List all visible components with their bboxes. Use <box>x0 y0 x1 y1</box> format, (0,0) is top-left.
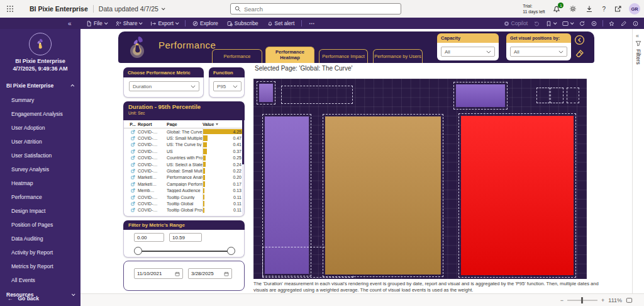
performance-heatmap[interactable] <box>253 79 587 279</box>
sidebar-item-data-auditing[interactable]: Data Auditing <box>0 232 80 246</box>
tab-performance[interactable]: Performance <box>212 49 262 63</box>
back-navigation-icon[interactable] <box>574 35 585 45</box>
table-row[interactable]: Marketi…Performance Analysis0.20 <box>124 174 244 181</box>
comments-icon[interactable] <box>591 21 597 26</box>
range-slider-handle-min[interactable] <box>134 247 142 255</box>
start-date-input[interactable]: 11/10/2021 <box>134 268 183 279</box>
range-min-input[interactable]: 0.00 <box>134 233 164 242</box>
expand-filters-icon[interactable]: « <box>636 33 639 39</box>
col-p[interactable]: P... <box>128 122 138 127</box>
copilot-button[interactable]: Copilot <box>504 20 528 26</box>
edit-icon[interactable] <box>621 21 626 26</box>
file-menu[interactable]: File <box>86 20 107 26</box>
end-date-input[interactable]: 3/28/2025 <box>188 268 232 279</box>
sidebar-item-all-events[interactable]: All Events <box>0 273 80 287</box>
eraser-icon[interactable] <box>575 48 585 59</box>
sidebar-item-activity-by-report[interactable]: Activity by Report <box>0 246 80 259</box>
sidebar-item-position-of-pages[interactable]: Position of Pages <box>0 218 80 232</box>
bookmarks-icon[interactable] <box>546 21 556 26</box>
tab-performance-by-users[interactable]: Performance by Users <box>373 49 423 63</box>
heatmap-visual-medium-top[interactable] <box>453 82 508 110</box>
table-row[interactable]: COVID-…US: Small Multiples0.47 <box>124 135 244 141</box>
feedback-icon[interactable] <box>614 5 622 13</box>
range-max-input[interactable]: 10.59 <box>169 233 202 242</box>
product-title[interactable]: BI Pixie Enterprise <box>30 5 88 13</box>
sidebar-item-metrics-by-report[interactable]: Metrics by Report <box>0 259 80 273</box>
reset-icon[interactable] <box>534 21 540 26</box>
positions-select[interactable]: All <box>510 47 567 57</box>
row-page: Tooltip County <box>167 195 203 200</box>
tab-performance-heatmap[interactable]: Performance Heatmap <box>265 47 314 63</box>
heatmap-visual-placeholder-small-3[interactable] <box>567 88 579 103</box>
table-row[interactable]: COVID-…Tooltip Global0.11 <box>124 200 244 207</box>
col-report[interactable]: Report <box>138 122 167 127</box>
function-select[interactable]: P95 <box>213 81 242 91</box>
sidebar-item-heatmap[interactable]: Heatmap <box>0 176 80 190</box>
view-icon[interactable] <box>562 21 573 26</box>
more-options-button[interactable]: ⋯ <box>309 20 314 26</box>
tab-performance-impact[interactable]: Performance Impact <box>319 49 368 63</box>
set-alert-button[interactable]: Set alert <box>267 20 295 26</box>
range-slider-handle-max[interactable] <box>227 247 235 255</box>
zoom-slider-thumb[interactable] <box>581 297 583 303</box>
table-row[interactable]: COVID-…Tooltip Global Province0.11 <box>124 207 244 213</box>
chevron-down-icon[interactable] <box>162 6 165 10</box>
sidebar-item-user-attrition[interactable]: User Attrition <box>0 135 80 149</box>
sidebar-item-summary[interactable]: Summary <box>0 93 80 107</box>
sidebar-item-user-satisfaction[interactable]: User Satisfaction <box>0 149 80 162</box>
col-page[interactable]: Page <box>167 122 203 127</box>
explore-button[interactable]: Explore <box>192 20 218 26</box>
go-back-button[interactable]: ← Go back <box>0 291 80 306</box>
download-icon[interactable] <box>586 5 593 13</box>
sidebar-section-report[interactable]: BI Pixie Enterprise <box>0 78 80 93</box>
favorite-icon[interactable] <box>609 21 614 26</box>
share-menu[interactable]: Share <box>116 20 142 26</box>
subscribe-button[interactable]: Subscribe <box>227 20 258 26</box>
table-row[interactable]: COVID-…Countries with Provin…0.25 <box>124 155 244 161</box>
collapse-sidebar-icon[interactable]: « <box>68 20 72 27</box>
filters-funnel-icon[interactable] <box>635 40 641 47</box>
heatmap-visual-placeholder-small-2[interactable] <box>550 88 564 103</box>
export-menu[interactable]: Export <box>150 20 178 26</box>
avatar[interactable]: GR <box>629 3 640 14</box>
zoom-out-button[interactable]: − <box>560 297 564 303</box>
sidebar-item-user-adoption[interactable]: User Adoption <box>0 121 80 135</box>
table-row[interactable]: COVID-…US0.37 <box>124 148 244 154</box>
filters-label[interactable]: Filters <box>635 49 641 65</box>
heatmap-visual-placeholder-wide[interactable] <box>281 86 353 104</box>
app-launcher-icon[interactable] <box>6 5 14 13</box>
notifications-icon[interactable]: 1 <box>553 5 560 13</box>
capacity-select[interactable]: All <box>441 47 495 57</box>
sidebar-item-engagement-analysis[interactable]: Engagement Analysis <box>0 107 80 121</box>
table-row[interactable]: Marketi…Campaign Performan…0.17 <box>124 181 244 187</box>
sidebar-item-design-impact[interactable]: Design Impact <box>0 204 80 218</box>
sidebar-item-survey-analysis[interactable]: Survey Analysis <box>0 162 80 176</box>
table-row[interactable]: Memb…Tagged Audience0.13 <box>124 188 244 194</box>
search-input[interactable] <box>244 6 397 13</box>
heatmap-visual-orange[interactable] <box>323 114 443 277</box>
info-icon[interactable] <box>633 21 638 26</box>
report-link-icon <box>128 182 138 186</box>
global-search[interactable] <box>230 3 401 14</box>
table-row[interactable]: COVID-…Tooltip County0.11 <box>124 194 244 200</box>
table-scrollbar[interactable] <box>242 120 244 217</box>
table-row[interactable]: COVID-…US: The Curve by State0.41 <box>124 142 244 148</box>
zoom-in-button[interactable]: + <box>601 297 604 303</box>
table-row[interactable]: COVID-…US: Select a State0.24 <box>124 161 244 167</box>
table-row[interactable]: COVID-…Global: Small Multiples0.22 <box>124 167 244 174</box>
help-icon[interactable]: ? <box>602 6 606 13</box>
col-value[interactable]: Value <box>203 120 244 128</box>
range-slider-track[interactable] <box>138 251 231 252</box>
heatmap-visual-placeholder-small-1[interactable] <box>536 88 550 103</box>
fit-to-page-icon[interactable] <box>626 297 633 303</box>
selected-page-label: Selected Page: 'Global: The Curve' <box>255 65 352 72</box>
settings-icon[interactable] <box>569 5 577 13</box>
sidebar-item-performance[interactable]: Performance <box>0 190 80 204</box>
heatmap-visual-small-top-left[interactable] <box>257 81 275 105</box>
metric-select[interactable]: Duration <box>129 81 199 91</box>
refresh-icon[interactable] <box>579 21 585 26</box>
heatmap-visual-red[interactable] <box>458 113 576 278</box>
data-updated-label[interactable]: Data updated 4/7/25 <box>99 5 158 13</box>
table-row[interactable]: COVID-…Global: The Curve4.25 <box>124 128 244 135</box>
zoom-slider[interactable] <box>567 300 597 301</box>
